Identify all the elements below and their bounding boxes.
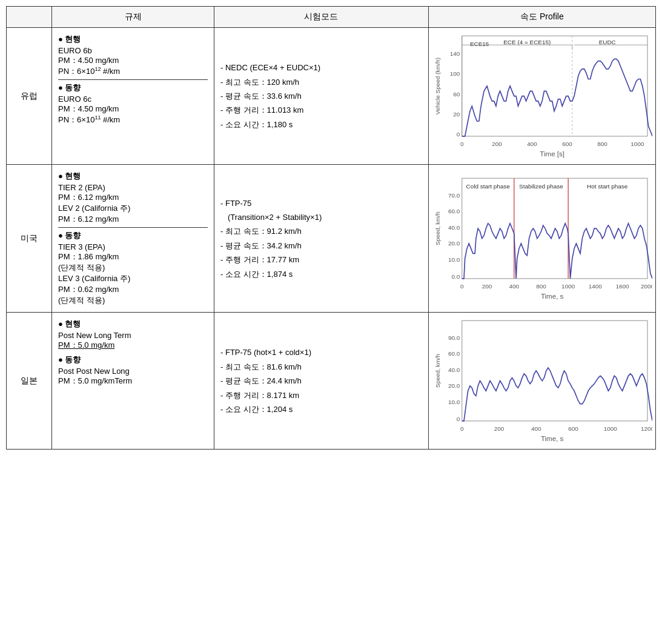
svg-text:60: 60 [453,91,460,98]
mode-europe: - NEDC (ECE×4 + EUDC×1) - 최고 속도：120 km/h… [214,28,429,165]
svg-text:1200: 1200 [641,426,652,433]
svg-text:10.0: 10.0 [448,256,460,263]
svg-text:Vehicle Speed (km/h): Vehicle Speed (km/h) [434,58,441,115]
profile-usa: 0.0 10.0 20.0 40.0 60.0 70.0 Speed, km/h… [428,165,655,313]
svg-text:Time, s: Time, s [541,435,564,442]
table-row: 유럽 ● 현행 EURO 6b PM：4.50 mg/km PN：6×1012 … [7,28,656,165]
profile-japan: 0 10.0 20.0 40.0 60.0 90.0 Speed, km/h 0… [428,313,655,450]
trend-label-eu: ● 동향 [58,82,208,93]
mode-line-4-eu: - 주행 거리：11.013 km [220,103,422,117]
svg-text:Time [s]: Time [s] [540,150,564,158]
svg-text:60.0: 60.0 [448,350,460,357]
mode-line-2-eu: - 최고 속도：120 km/h [220,75,422,89]
svg-text:200: 200 [494,426,504,433]
trend-note2-us: (단계적 적용) [58,295,208,306]
svg-rect-0 [462,36,647,136]
mode-line-4-jp: - 주행 거리：8.171 km [220,388,422,402]
svg-text:0: 0 [460,426,464,433]
trend-pm2-us: PM：0.62 mg/km [58,284,208,295]
svg-text:10.0: 10.0 [448,399,460,405]
region-europe: 유럽 [7,28,52,165]
svg-text:800: 800 [597,141,607,147]
mode-line-3-eu: - 평균 속도：33.6 km/h [220,89,422,103]
mode-line-4-us: - 주행 거리：17.77 km [220,253,422,267]
svg-text:400: 400 [509,283,519,290]
current-pm-eu: PM：4.50 mg/km [58,55,208,66]
mode-usa: - FTP-75 (Transition×2 + Stability×1) - … [214,165,429,313]
mode-line-1b-us: (Transition×2 + Stability×1) [220,210,422,224]
trend-note1-us: (단계적 적용) [58,262,208,273]
current-standard1-us: TIER 2 (EPA) [58,183,208,192]
japan-chart: 0 10.0 20.0 40.0 60.0 90.0 Speed, km/h 0… [432,316,652,446]
svg-text:0: 0 [460,141,464,147]
svg-text:600: 600 [562,141,572,147]
mode-line-3-us: - 평균 속도：34.2 km/h [220,239,422,253]
svg-text:40.0: 40.0 [448,367,460,373]
region-japan: 일본 [7,313,52,450]
mode-line-5-eu: - 소요 시간：1,180 s [220,118,422,131]
trend-label-us: ● 동향 [58,230,208,241]
trend-standard1-us: TIER 3 (EPA) [58,242,208,251]
svg-text:1400: 1400 [589,283,603,290]
svg-text:20.0: 20.0 [448,240,460,247]
svg-text:200: 200 [482,283,492,290]
trend-standard2-us: LEV 3 (California 주) [58,273,208,284]
current-label-jp: ● 현행 [58,319,208,330]
svg-text:ECE (4 = ECE15): ECE (4 = ECE15) [503,39,551,45]
header-mode: 시험모드 [214,7,429,28]
current-pm1-us: PM：6.12 mg/km [58,192,208,203]
svg-text:100: 100 [450,70,460,77]
svg-rect-44 [462,320,647,421]
svg-text:Cold start phase: Cold start phase [466,183,510,190]
svg-text:2000: 2000 [641,283,652,290]
svg-text:140: 140 [450,50,460,57]
trend-standard-jp: Post Post New Long [58,367,208,376]
svg-text:200: 200 [492,141,502,147]
mode-line-2-jp: - 최고 속도：81.6 km/h [220,360,422,374]
svg-text:60.0: 60.0 [448,208,460,214]
table-row: 미국 ● 현행 TIER 2 (EPA) PM：6.12 mg/km LEV 2… [7,165,656,313]
svg-text:20.0: 20.0 [448,382,460,389]
current-pm2-us: PM：6.12 mg/km [58,214,208,225]
current-standard-eu: EURO 6b [58,46,208,55]
mode-line-1-eu: - NEDC (ECE×4 + EUDC×1) [220,61,422,75]
nedc-chart: 0 20 60 100 140 Vehicle Speed (km/h) 0 2… [432,31,652,161]
current-label-eu: ● 현행 [58,34,208,45]
mode-line-5-jp: - 소요 시간：1,204 s [220,402,422,416]
trend-label-jp: ● 동향 [58,354,208,365]
svg-text:90.0: 90.0 [448,334,460,341]
svg-text:1000: 1000 [631,141,644,147]
trend-pm1-us: PM：1.86 mg/km [58,251,208,262]
svg-text:0: 0 [457,131,460,138]
svg-text:70.0: 70.0 [448,192,460,199]
mode-line-5-us: - 소요 시간：1,874 s [220,267,422,281]
trend-pm-jp: PM：5.0 mg/kmTerm [58,376,208,387]
trend-pm-eu: PM：4.50 mg/km [58,104,208,115]
svg-text:800: 800 [536,283,546,290]
mode-line-1-jp: - FTP-75 (hot×1 + cold×1) [220,345,422,359]
svg-text:0: 0 [457,416,460,422]
current-standard-jp: Post New Long Term [58,331,208,340]
svg-text:EUDC: EUDC [598,39,615,45]
mode-line-2-us: - 최고 속도：91.2 km/h [220,224,422,238]
svg-text:400: 400 [531,426,541,433]
svg-text:1000: 1000 [561,283,575,290]
regulation-europe: ● 현행 EURO 6b PM：4.50 mg/km PN：6×1012 #/k… [52,28,214,165]
ftp75-chart: 0.0 10.0 20.0 40.0 60.0 70.0 Speed, km/h… [432,173,652,304]
region-usa: 미국 [7,165,52,313]
svg-text:Speed, km/h: Speed, km/h [434,211,441,245]
current-pn-eu: PN：6×1012 #/km [58,66,208,77]
header-region [7,7,52,28]
current-label-us: ● 현행 [58,171,208,182]
mode-line-3-jp: - 평균 속도：24.4 km/h [220,374,422,388]
regulation-usa: ● 현행 TIER 2 (EPA) PM：6.12 mg/km LEV 2 (C… [52,165,214,313]
trend-pn-eu: PN：6×1011 #/km [58,115,208,125]
header-profile: 속도 Profile [428,7,655,28]
svg-text:400: 400 [527,141,537,147]
svg-text:ECE15: ECE15 [470,41,489,47]
svg-text:20: 20 [453,111,460,118]
svg-text:Speed, km/h: Speed, km/h [434,354,441,388]
svg-text:1000: 1000 [603,426,617,433]
current-standard2-us: LEV 2 (California 주) [58,203,208,214]
svg-text:1600: 1600 [615,283,629,290]
